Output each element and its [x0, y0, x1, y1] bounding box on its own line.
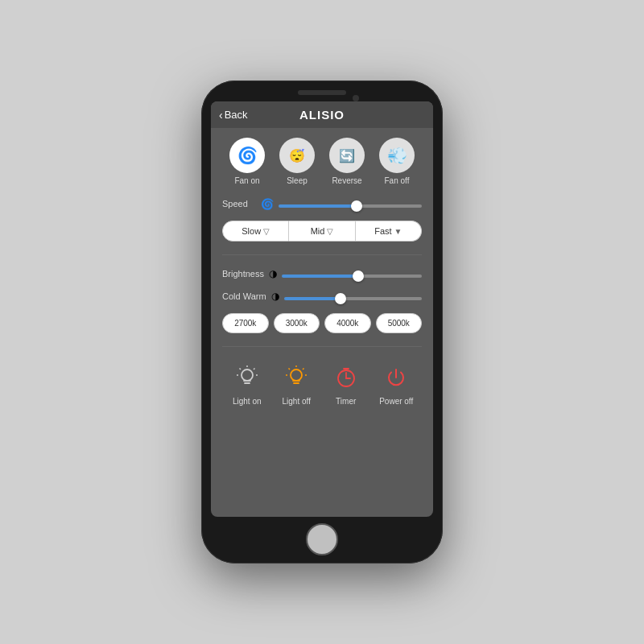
light-off-button[interactable]: Light off: [280, 361, 312, 406]
speed-slider[interactable]: [279, 204, 422, 208]
color-temp-group: 2700k 3000k 4000k 5000k: [222, 313, 422, 333]
fan-on-button[interactable]: 🌀 Fan on: [229, 138, 265, 185]
light-on-button[interactable]: Light on: [231, 361, 263, 406]
main-content: 🌀 Fan on 😴 Sleep 🔄 Reverse 💨 Fan off: [211, 128, 433, 517]
timer-icon: [330, 361, 362, 394]
svg-point-6: [291, 369, 302, 381]
speed-label: Speed: [222, 199, 256, 208]
phone-screen: ‹ Back ALISIO 🌀 Fan on 😴 Sleep 🔄 Reverse: [211, 101, 433, 517]
light-off-icon: [280, 361, 312, 394]
svg-line-2: [254, 369, 255, 370]
mid-icon: ▽: [327, 227, 333, 236]
fan-off-icon: 💨: [379, 138, 415, 173]
sleep-button[interactable]: 😴 Sleep: [279, 138, 315, 185]
back-chevron-icon: ‹: [219, 109, 223, 122]
speed-icon: 🌀: [261, 198, 274, 210]
home-button[interactable]: [306, 523, 338, 555]
brightness-label: Brightness: [222, 269, 264, 279]
phone-frame: ‹ Back ALISIO 🌀 Fan on 😴 Sleep 🔄 Reverse: [201, 80, 443, 564]
temp-5000k-button[interactable]: 5000k: [376, 313, 423, 333]
reverse-label: Reverse: [332, 176, 361, 185]
page-title: ALISIO: [299, 108, 345, 122]
app-header: ‹ Back ALISIO: [211, 101, 433, 128]
cold-warm-slider[interactable]: [284, 297, 422, 300]
svg-point-0: [242, 369, 253, 381]
brightness-icon: ◑: [269, 268, 277, 279]
divider-2: [222, 346, 422, 347]
svg-line-10: [289, 369, 291, 370]
bottom-controls-row: Light on Light off: [222, 357, 422, 409]
svg-line-8: [303, 369, 304, 370]
sleep-label: Sleep: [287, 176, 308, 185]
temp-4000k-button[interactable]: 4000k: [324, 313, 371, 333]
sleep-icon: 😴: [279, 138, 315, 173]
phone-camera: [353, 95, 359, 101]
power-off-label: Power off: [379, 397, 413, 406]
power-off-icon: [380, 361, 412, 394]
brightness-slider[interactable]: [282, 275, 422, 278]
fast-button[interactable]: Fast ▼: [356, 221, 422, 242]
back-label: Back: [225, 109, 248, 121]
svg-line-4: [239, 369, 241, 370]
timer-button[interactable]: Timer: [330, 361, 362, 406]
back-button[interactable]: ‹ Back: [219, 109, 248, 122]
divider-1: [222, 254, 422, 255]
slow-icon: ▽: [263, 227, 270, 236]
light-on-label: Light on: [233, 397, 262, 406]
reverse-icon: 🔄: [329, 138, 365, 173]
light-on-icon: [231, 361, 263, 394]
fan-controls-row: 🌀 Fan on 😴 Sleep 🔄 Reverse 💨 Fan off: [222, 134, 422, 188]
cold-warm-label: Cold Warm: [222, 291, 266, 301]
cold-warm-row: Cold Warm ◑: [222, 289, 422, 303]
fast-icon: ▼: [394, 227, 402, 236]
mid-button[interactable]: Mid ▽: [289, 221, 355, 242]
reverse-button[interactable]: 🔄 Reverse: [329, 138, 365, 185]
speed-row: Speed 🌀: [222, 196, 422, 211]
timer-label: Timer: [336, 397, 356, 406]
fan-on-icon: 🌀: [229, 138, 265, 173]
power-off-button[interactable]: Power off: [379, 361, 413, 406]
fan-off-label: Fan off: [385, 176, 410, 185]
fan-off-button[interactable]: 💨 Fan off: [379, 138, 415, 185]
speed-buttons-group: Slow ▽ Mid ▽ Fast ▼: [222, 221, 422, 242]
phone-speaker: [298, 90, 346, 95]
cold-warm-icon: ◑: [271, 291, 279, 302]
slow-button[interactable]: Slow ▽: [222, 221, 289, 242]
brightness-row: Brightness ◑: [222, 266, 422, 281]
light-off-label: Light off: [283, 397, 311, 406]
temp-2700k-button[interactable]: 2700k: [222, 313, 269, 333]
temp-3000k-button[interactable]: 3000k: [274, 313, 320, 333]
fan-on-label: Fan on: [234, 176, 259, 185]
